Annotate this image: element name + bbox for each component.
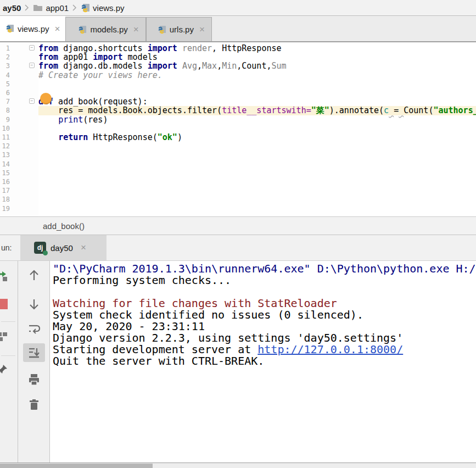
line-number: 17 [0,186,10,195]
line-number: 2 [0,53,10,62]
console-line: Watching for file changes with StatReloa… [53,298,476,309]
close-icon[interactable]: × [55,24,60,34]
line-number: 1 [0,44,10,53]
close-icon[interactable]: × [199,25,205,34]
tab-models-py[interactable]: models.py × [65,17,145,41]
close-icon[interactable]: × [133,25,139,34]
run-toolwindow-body: "D:\PyCharm 2019.1.3\bin\runnerw64.exe" … [0,260,476,463]
run-toolwindow-label: un: [1,243,12,252]
code-line [38,88,476,97]
tab-urls-py[interactable]: urls.py × [146,17,212,41]
run-tab-label: day50 [51,243,73,253]
console-line: Starting development server at http://12… [53,344,476,355]
code-line [38,80,476,88]
console-line: System check identified no issues (0 sil… [53,309,476,321]
line-number: 18 [0,195,10,204]
chevron-right-icon [72,4,77,11]
line-number: 4 [0,71,10,80]
fold-marker-icon[interactable]: − [29,98,35,104]
line-number: 6 [0,88,10,97]
tab-label: models.py [90,25,127,34]
code-line [38,177,476,186]
toolbar-separator [1,321,15,322]
tab-label: urls.py [170,25,194,34]
soft-wrap-icon[interactable] [27,322,41,336]
code-line: from app01 import models [38,53,476,62]
chevron-right-icon [25,4,29,11]
line-number: 19 [0,204,10,213]
line-number: 5 [0,80,10,88]
code-line: res = models.Book.objects.filter(title__… [38,106,476,115]
breadcrumb-item-day50[interactable]: ay50 [1,3,23,13]
line-number: 16 [0,177,10,186]
code-line [38,186,476,195]
tab-views-py[interactable]: views.py × [0,16,65,41]
editor-content[interactable]: from django.shortcuts import render, Htt… [38,42,476,216]
line-number: 7 [0,97,10,106]
scroll-to-end-icon[interactable] [27,346,41,359]
line-number: 9 [0,115,10,124]
tab-label: views.py [18,24,49,34]
console-text: Performing system checks... [53,274,231,287]
up-arrow-icon[interactable] [27,269,41,282]
print-icon[interactable] [27,373,41,386]
folder-icon [33,4,43,12]
code-line: print(res) [38,115,476,124]
code-line: return HttpResponse("ok") [38,133,476,142]
code-line [38,151,476,159]
line-number: 11 [0,133,10,142]
code-line [38,204,476,213]
down-arrow-icon[interactable] [27,298,41,311]
fold-marker-icon[interactable]: − [29,45,35,51]
line-number: 14 [0,160,10,169]
console-line [53,286,476,298]
run-toolwindow-header: un: dj day50 × [0,235,476,260]
close-icon[interactable]: × [81,242,86,253]
editor-tab-bar: views.py × models.py × url [0,16,476,42]
line-number: 8 [0,106,10,115]
console-line: May 20, 2020 - 23:31:11 [53,321,476,332]
editor-gutter: 12345678910111213141516171819−−− [0,42,38,216]
console-line: Quit the server with CTRL-BREAK. [53,355,476,367]
toolbar-separator [1,355,15,356]
restore-layout-icon[interactable] [0,330,9,343]
run-toolbar-left [0,261,18,463]
python-file-icon [158,25,166,34]
breadcrumb-item-viewspy[interactable]: views.py [79,3,126,13]
pycharm-window: ay50 app01 views.py [0,0,476,468]
code-line [38,169,476,177]
console-line: "D:\PyCharm 2019.1.3\bin\runnerw64.exe" … [53,263,476,275]
breadcrumb-label: app01 [46,3,69,13]
breadcrumb-item-app01[interactable]: app01 [31,3,70,13]
run-console-toolbar [18,261,50,463]
function-breadcrumb[interactable]: add_book() [43,221,85,231]
line-number: 12 [0,142,10,151]
function-breadcrumb-bar: add_book() [0,217,476,235]
run-tab-day50[interactable]: dj day50 × [20,235,107,260]
line-number: 15 [0,169,10,177]
rerun-icon[interactable] [0,269,9,282]
code-editor: 12345678910111213141516171819−−− from dj… [0,42,476,217]
code-line [38,124,476,133]
console-line: Performing system checks... [53,275,476,286]
pin-icon[interactable] [0,363,9,376]
breadcrumb-label: ay50 [3,3,21,13]
clear-trash-icon[interactable] [27,398,41,411]
line-number: 10 [0,124,10,133]
code-line [38,142,476,151]
stop-icon[interactable] [0,297,9,310]
python-file-icon [81,3,90,13]
server-url-link[interactable]: http://127.0.0.1:8000/ [257,343,403,356]
code-line [38,159,476,168]
code-line [38,195,476,204]
run-console-output[interactable]: "D:\PyCharm 2019.1.3\bin\runnerw64.exe" … [50,261,476,463]
fold-marker-icon[interactable]: − [29,63,35,68]
console-line: Django version 2.2.3, using settings 'da… [53,332,476,344]
running-status-dot [43,250,48,255]
scrollbar-thumb[interactable] [0,464,153,468]
code-line: from django.db.models import Avg,Max,Min… [38,62,476,70]
intention-bulb-icon[interactable] [40,93,52,104]
python-file-icon [78,25,87,34]
python-file-icon [5,24,14,33]
breadcrumb: ay50 app01 views.py [0,0,476,16]
